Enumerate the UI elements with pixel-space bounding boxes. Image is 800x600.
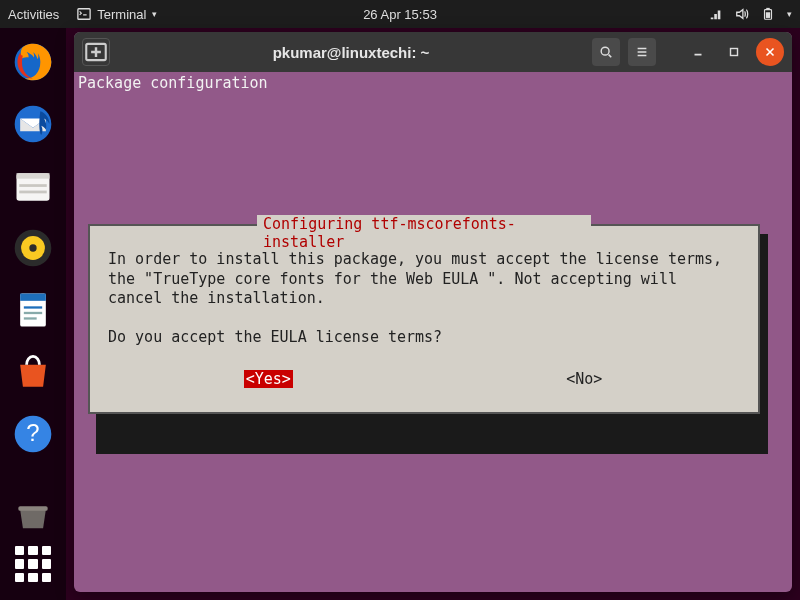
- dock-item-trash[interactable]: [7, 502, 59, 536]
- window-title: pkumar@linuxtechi: ~: [110, 44, 592, 61]
- terminal-icon: [77, 7, 91, 21]
- svg-rect-17: [24, 317, 37, 319]
- chevron-down-icon: ▾: [787, 9, 792, 19]
- svg-rect-2: [766, 8, 770, 10]
- maximize-icon: [727, 45, 741, 59]
- maximize-button[interactable]: [720, 38, 748, 66]
- svg-rect-7: [17, 173, 50, 179]
- svg-point-12: [29, 244, 36, 251]
- search-icon: [599, 45, 613, 59]
- dialog-yes-button[interactable]: <Yes>: [244, 370, 293, 388]
- package-config-header: Package configuration: [74, 72, 792, 94]
- close-icon: [763, 45, 777, 59]
- trash-icon: [11, 497, 55, 541]
- dock-item-help[interactable]: ?: [7, 408, 59, 460]
- svg-rect-3: [766, 12, 770, 18]
- dock-item-firefox[interactable]: [7, 36, 59, 88]
- svg-point-22: [601, 47, 609, 55]
- svg-rect-8: [19, 184, 47, 187]
- debconf-dialog: Configuring ttf-mscorefonts-installer In…: [88, 224, 760, 414]
- volume-icon: [735, 7, 749, 21]
- svg-rect-14: [20, 294, 46, 301]
- activities-button[interactable]: Activities: [8, 7, 59, 22]
- svg-rect-23: [731, 49, 738, 56]
- dock-item-files[interactable]: [7, 160, 59, 212]
- clock[interactable]: 26 Apr 15:53: [363, 7, 437, 22]
- dock-item-software[interactable]: [7, 346, 59, 398]
- help-icon: ?: [11, 412, 55, 456]
- thunderbird-icon: [11, 102, 55, 146]
- new-tab-button[interactable]: [82, 38, 110, 66]
- dock: ?: [0, 28, 66, 600]
- search-button[interactable]: [592, 38, 620, 66]
- dock-item-rhythmbox[interactable]: [7, 222, 59, 274]
- hamburger-menu-button[interactable]: [628, 38, 656, 66]
- minimize-button[interactable]: [684, 38, 712, 66]
- dock-item-writer[interactable]: [7, 284, 59, 336]
- chevron-down-icon: ▾: [152, 9, 157, 19]
- window-titlebar: pkumar@linuxtechi: ~: [74, 32, 792, 72]
- show-applications-button[interactable]: [15, 546, 51, 582]
- writer-icon: [11, 288, 55, 332]
- files-icon: [11, 164, 55, 208]
- terminal-body[interactable]: Package configuration Configuring ttf-ms…: [74, 72, 792, 592]
- svg-rect-20: [18, 506, 47, 511]
- system-tray[interactable]: ▾: [709, 7, 792, 21]
- new-tab-icon: [83, 39, 109, 65]
- software-icon: [11, 350, 55, 394]
- rhythmbox-icon: [11, 226, 55, 270]
- firefox-icon: [11, 40, 55, 84]
- dialog-body-text: In order to install this package, you mu…: [108, 250, 740, 348]
- focused-app-label: Terminal: [97, 7, 146, 22]
- gnome-topbar: Activities Terminal ▾ 26 Apr 15:53 ▾: [0, 0, 800, 28]
- battery-icon: [761, 7, 775, 21]
- dock-item-thunderbird[interactable]: [7, 98, 59, 150]
- svg-rect-16: [24, 312, 42, 314]
- dialog-no-button[interactable]: <No>: [564, 370, 604, 388]
- dialog-title: Configuring ttf-mscorefonts-installer: [257, 215, 591, 251]
- svg-rect-15: [24, 306, 42, 308]
- terminal-window: pkumar@linuxtechi: ~ Package configurati…: [74, 32, 792, 592]
- minimize-icon: [691, 45, 705, 59]
- svg-text:?: ?: [26, 419, 39, 446]
- focused-app-menu[interactable]: Terminal ▾: [77, 7, 157, 22]
- hamburger-icon: [635, 45, 649, 59]
- svg-rect-9: [19, 191, 47, 194]
- close-button[interactable]: [756, 38, 784, 66]
- network-icon: [709, 7, 723, 21]
